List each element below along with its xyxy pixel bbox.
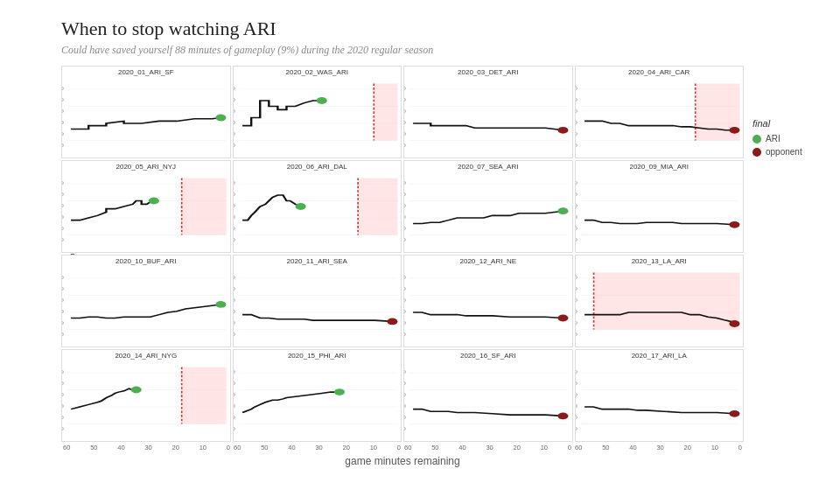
- svg-text:10: 10: [404, 391, 406, 398]
- x-tick-label: 20: [684, 444, 691, 452]
- svg-rect-21: [374, 84, 397, 141]
- svg-text:-20: -20: [62, 142, 64, 149]
- svg-text:20: 20: [234, 285, 235, 292]
- main-container: When to stop watching ARI Could have sav…: [0, 0, 840, 504]
- game-title-g03: 2020_03_DET_ARI: [458, 68, 518, 76]
- svg-text:30: 30: [234, 274, 235, 281]
- game-cell-g06: 2020_06_ARI_DAL3020100-10-20: [233, 160, 402, 253]
- svg-text:-10: -10: [234, 319, 235, 326]
- svg-text:20: 20: [234, 191, 235, 198]
- game-cell-g16: 2020_17_ARI_LA3020100-10-20: [575, 349, 745, 442]
- svg-text:-20: -20: [404, 425, 406, 432]
- ari-dot-icon: [752, 135, 761, 144]
- svg-text:0: 0: [234, 402, 235, 410]
- x-tick-label: 50: [261, 444, 268, 452]
- svg-text:0: 0: [576, 214, 578, 220]
- svg-text:-20: -20: [234, 236, 235, 243]
- x-tick-label: 0: [227, 444, 230, 452]
- svg-text:30: 30: [62, 274, 64, 281]
- svg-text:10: 10: [234, 108, 235, 115]
- svg-point-84: [557, 207, 568, 214]
- game-title-g13: 2020_14_ARI_NYG: [115, 352, 177, 360]
- game-cell-g12: 2020_13_LA_ARI3020100-10-20: [575, 255, 745, 347]
- game-cell-g08: 2020_09_MIA_ARI3020100-10-20: [575, 160, 745, 253]
- svg-point-23: [316, 97, 326, 104]
- chart-area: ARI score - opponent score 2020_01_ARI_S…: [61, 66, 822, 467]
- game-title-g10: 2020_11_ARI_SEA: [287, 257, 347, 265]
- game-cell-g15: 2020_16_SF_ARI3020100-10-20: [403, 349, 573, 442]
- x-tick-label: 20: [172, 444, 179, 452]
- x-tick-label: 20: [343, 444, 350, 452]
- x-tick-label: 60: [63, 444, 70, 452]
- svg-text:-20: -20: [576, 331, 578, 338]
- svg-text:0: 0: [404, 214, 406, 220]
- svg-text:30: 30: [576, 179, 578, 186]
- svg-text:0: 0: [404, 308, 406, 315]
- svg-text:20: 20: [576, 380, 578, 387]
- svg-text:-10: -10: [62, 225, 64, 232]
- game-title-g04: 2020_04_ARI_CAR: [628, 68, 690, 76]
- svg-point-34: [557, 127, 568, 134]
- svg-text:-20: -20: [576, 142, 578, 149]
- x-axis-group-1: 6050403020100: [232, 444, 402, 452]
- x-tick-label: 10: [200, 444, 206, 452]
- svg-text:30: 30: [62, 368, 64, 375]
- svg-text:0: 0: [62, 402, 64, 410]
- x-axis-group-0: 6050403020100: [61, 444, 232, 452]
- x-axis-labels: 6050403020100605040302010060504030201006…: [61, 444, 744, 452]
- svg-text:30: 30: [404, 85, 406, 92]
- game-cell-g03: 2020_03_DET_ARI3020100-10-20: [403, 66, 573, 158]
- svg-text:-10: -10: [62, 319, 64, 326]
- x-axis-group-2: 6050403020100: [402, 444, 573, 452]
- svg-text:30: 30: [234, 85, 235, 92]
- legend-opponent-label: opponent: [766, 147, 802, 157]
- game-title-g06: 2020_06_ARI_DAL: [287, 163, 347, 171]
- svg-text:20: 20: [576, 191, 578, 198]
- svg-text:10: 10: [234, 297, 235, 304]
- x-tick-label: 40: [117, 444, 124, 452]
- svg-text:20: 20: [62, 96, 64, 103]
- svg-rect-152: [182, 368, 227, 424]
- legend-item-opponent: opponent: [752, 147, 822, 157]
- x-tick-label: 10: [370, 444, 377, 452]
- svg-text:0: 0: [62, 308, 64, 315]
- svg-text:0: 0: [62, 119, 64, 126]
- svg-text:20: 20: [62, 191, 64, 198]
- svg-text:-10: -10: [576, 225, 578, 232]
- svg-text:-10: -10: [404, 225, 406, 232]
- svg-text:30: 30: [404, 179, 406, 186]
- svg-text:20: 20: [404, 285, 406, 292]
- svg-point-95: [729, 221, 739, 228]
- opponent-dot-icon: [752, 148, 761, 157]
- game-cell-g11: 2020_12_ARI_NE3020100-10-20: [403, 255, 573, 347]
- svg-text:-20: -20: [234, 331, 235, 338]
- svg-text:30: 30: [62, 85, 64, 92]
- svg-text:0: 0: [404, 402, 406, 410]
- svg-text:20: 20: [576, 96, 578, 103]
- svg-text:0: 0: [576, 402, 578, 410]
- x-axis-main-label: game minutes remaining: [61, 455, 744, 467]
- svg-text:-10: -10: [62, 130, 64, 137]
- chart-title: When to stop watching ARI: [61, 18, 822, 40]
- game-cell-g02: 2020_02_WAS_ARI3020100-10-20: [233, 66, 402, 158]
- svg-text:20: 20: [62, 380, 64, 387]
- game-title-g07: 2020_07_SEA_ARI: [458, 163, 518, 171]
- x-tick-label: 60: [234, 444, 241, 452]
- svg-text:10: 10: [62, 391, 64, 398]
- x-tick-label: 30: [315, 444, 322, 452]
- x-tick-label: 60: [575, 444, 582, 452]
- game-title-g09: 2020_10_BUF_ARI: [116, 257, 176, 265]
- game-title-g14: 2020_15_PHI_ARI: [288, 352, 346, 360]
- svg-text:-20: -20: [62, 331, 64, 338]
- svg-text:30: 30: [234, 368, 235, 375]
- svg-point-47: [729, 127, 739, 134]
- svg-text:-10: -10: [404, 130, 406, 137]
- svg-text:10: 10: [404, 202, 406, 209]
- svg-text:10: 10: [576, 391, 578, 398]
- x-tick-label: 50: [431, 444, 438, 452]
- x-tick-label: 30: [656, 444, 663, 452]
- svg-text:20: 20: [404, 96, 406, 103]
- chart-subtitle: Could have saved yourself 88 minutes of …: [61, 44, 822, 57]
- svg-text:30: 30: [234, 179, 235, 186]
- svg-text:-20: -20: [62, 425, 64, 432]
